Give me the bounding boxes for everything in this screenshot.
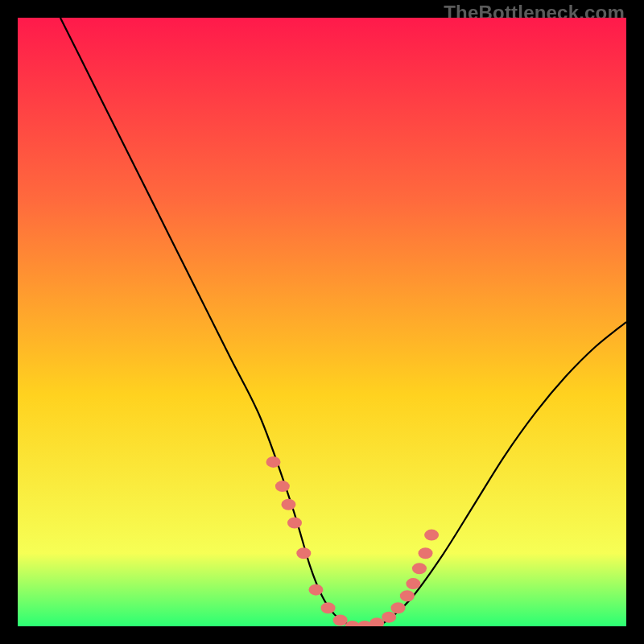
highlight-dot	[321, 602, 336, 613]
highlight-dot	[333, 614, 348, 625]
bottleneck-chart	[18, 18, 626, 626]
highlight-dot	[296, 547, 311, 559]
chart-frame	[18, 18, 626, 626]
highlight-dot	[275, 481, 290, 492]
highlight-dot	[400, 590, 415, 601]
highlight-dot	[287, 517, 302, 528]
highlight-dot	[391, 602, 406, 613]
highlight-dot	[424, 530, 439, 541]
highlight-dot	[266, 456, 281, 468]
highlight-dot	[382, 612, 396, 623]
highlight-dot	[308, 584, 323, 596]
highlight-dot	[281, 499, 295, 510]
chart-background	[18, 18, 626, 626]
highlight-dot	[412, 563, 427, 574]
highlight-dot	[406, 578, 420, 589]
highlight-dot	[419, 547, 433, 559]
